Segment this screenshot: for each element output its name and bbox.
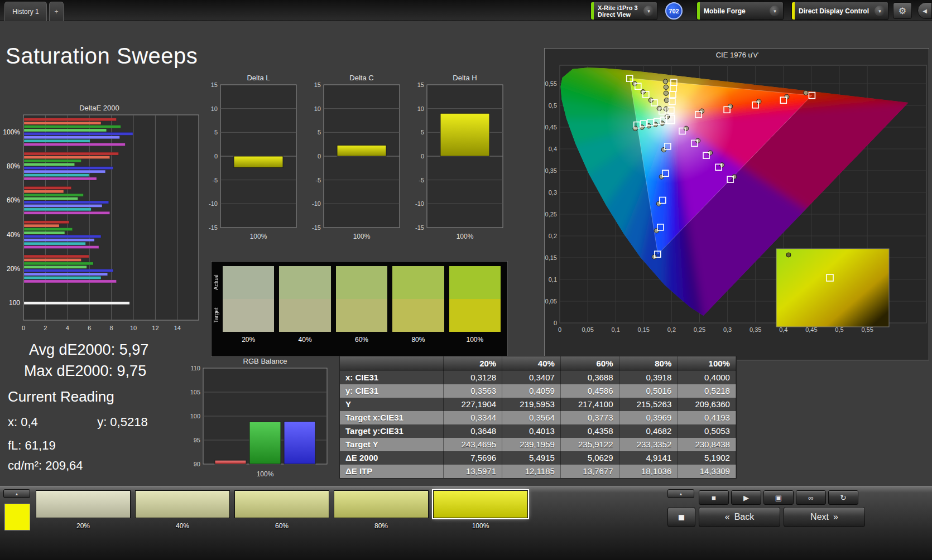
display-control-selector[interactable]: Direct Display Control ▾ <box>791 2 888 20</box>
patch-list-up-button[interactable]: ▲ <box>3 489 30 498</box>
meter-selector[interactable]: X-Rite i1Pro 3 Direct View ▾ <box>590 2 657 20</box>
svg-text:0: 0 <box>22 325 25 331</box>
patch-button-20%[interactable]: 20% <box>36 490 131 530</box>
settings-button[interactable]: ⚙ <box>893 2 912 19</box>
tab-history-1[interactable]: History 1 <box>4 2 47 21</box>
patch-button-60%[interactable]: 60% <box>234 490 329 530</box>
deltae-bar <box>24 228 73 231</box>
deltae-bar <box>24 167 113 170</box>
deltae-bar <box>24 273 108 276</box>
avg-de2000-readout: Avg dE2000: 5,97 <box>29 341 148 359</box>
svg-text:-15: -15 <box>209 224 218 231</box>
saturation-swatch-column: 40% <box>279 266 330 356</box>
patch-swatch <box>135 490 230 518</box>
chevron-down-icon: ▾ <box>875 6 885 16</box>
table-cell: 0,4682 <box>619 424 678 438</box>
deltae-bar <box>24 221 69 224</box>
table-cell: 0,3563 <box>444 384 502 398</box>
deltae-bar <box>24 174 89 177</box>
svg-text:4: 4 <box>66 325 69 331</box>
saturation-swatch-column: 20% <box>223 266 274 356</box>
deltae-bar <box>24 262 93 265</box>
svg-text:5: 5 <box>421 129 424 136</box>
table-cell: 0,3344 <box>444 411 502 424</box>
actual-swatch <box>336 266 387 299</box>
page-title: Saturation Sweeps <box>6 44 198 69</box>
deltae-bar <box>24 239 94 242</box>
svg-text:100: 100 <box>9 299 20 307</box>
play-button[interactable]: ▶ <box>731 490 761 505</box>
deltae-bar <box>24 152 118 155</box>
stop-icon: ■ <box>712 494 716 502</box>
svg-text:0,45: 0,45 <box>545 124 557 131</box>
back-button[interactable]: « Back <box>699 507 780 527</box>
table-row: y: CIE310,35630,40590,45860,50160,5218 <box>340 384 736 398</box>
patch-label: 100% <box>433 522 528 530</box>
options-up-button[interactable]: ▲ <box>667 489 694 498</box>
deltae-bar <box>24 208 91 211</box>
deltae-bar <box>24 132 133 135</box>
continuous-measure-button[interactable]: ∞ <box>796 490 826 505</box>
stop-measuring-button[interactable]: ◼ <box>667 507 695 527</box>
table-col-header: 80% <box>619 356 678 371</box>
deltae-bar <box>24 160 81 162</box>
svg-text:80%: 80% <box>7 162 20 170</box>
table-corner <box>340 356 444 371</box>
table-header-row: 20%40%60%80%100% <box>340 356 736 371</box>
target-row-label: Target <box>212 299 220 332</box>
patch-swatch <box>36 490 131 518</box>
display-control-label: Direct Display Control <box>795 8 875 15</box>
cie-measurement-dot <box>664 98 669 102</box>
collapse-panel-button[interactable]: ◀ <box>917 2 932 19</box>
svg-text:0,35: 0,35 <box>545 167 557 174</box>
patch-button-40%[interactable]: 40% <box>135 490 230 530</box>
table-row-label: ΔE 2000 <box>340 451 444 465</box>
save-button[interactable]: ▣ <box>763 490 794 505</box>
deltae-bar <box>24 235 101 238</box>
svg-text:60%: 60% <box>7 196 20 204</box>
cie-measurement-dot <box>732 175 736 179</box>
measurement-count-badge: 702 <box>665 2 683 20</box>
rgb-bar-green <box>249 422 281 464</box>
deltae-bar <box>24 194 83 196</box>
svg-text:-15: -15 <box>312 224 321 231</box>
current-y-readout: y: 0,5218 <box>97 415 148 429</box>
target-swatch <box>392 299 444 332</box>
measurement-table: 20%40%60%80%100%x: CIE310,31280,34070,36… <box>339 356 737 479</box>
svg-text:14: 14 <box>174 325 181 331</box>
svg-text:0,05: 0,05 <box>582 326 593 333</box>
top-bar: History 1 + X-Rite i1Pro 3 Direct View ▾… <box>0 0 932 21</box>
table-cell: 235,9122 <box>561 438 619 451</box>
svg-text:15: 15 <box>211 81 218 88</box>
delta_c-bar <box>337 145 386 156</box>
source-selector[interactable]: Mobile Forge ▾ <box>696 2 784 20</box>
svg-text:95: 95 <box>194 437 200 443</box>
table-cell: 0,4000 <box>678 371 736 384</box>
stop-button[interactable]: ■ <box>699 490 729 505</box>
table-cell: 239,1959 <box>502 438 561 451</box>
svg-text:6: 6 <box>88 325 91 331</box>
gear-icon: ⚙ <box>899 6 906 16</box>
table-cell: 243,4695 <box>444 438 502 451</box>
table-col-header: 100% <box>678 356 736 371</box>
next-button[interactable]: Next » <box>784 507 865 527</box>
cie-measurement-dot <box>664 91 668 95</box>
svg-text:2: 2 <box>44 325 47 331</box>
patch-button-100%[interactable]: 100% <box>433 490 528 530</box>
svg-text:0: 0 <box>558 326 561 333</box>
next-button-label: Next <box>810 512 829 522</box>
svg-text:0,55: 0,55 <box>545 80 557 87</box>
cie-measurement-dot <box>664 85 668 89</box>
single-measure-button[interactable]: ↻ <box>828 490 858 505</box>
add-tab-button[interactable]: + <box>49 2 64 21</box>
deltae-bar <box>24 265 87 268</box>
table-cell: 227,1904 <box>444 398 502 411</box>
chevron-down-icon: ▾ <box>770 6 780 16</box>
table-row: Target y:CIE310,36480,40130,43580,46820,… <box>340 424 736 438</box>
patch-button-80%[interactable]: 80% <box>334 490 429 530</box>
deltae-bar <box>24 136 119 139</box>
deltae-bar <box>24 156 110 159</box>
svg-text:0,45: 0,45 <box>805 326 817 333</box>
bottom-bar: ▲ 20%40%60%80%100% ▲ ■ ▶ ▣ ∞ ↻ ◼ « Back <box>0 486 932 560</box>
table-cell: 0,5053 <box>678 424 736 438</box>
